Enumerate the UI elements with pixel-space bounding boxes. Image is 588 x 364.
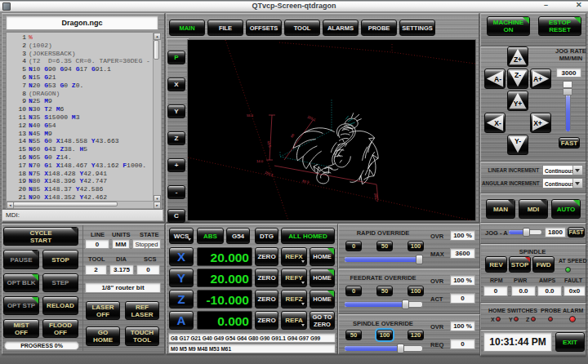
svg-text:14.0: 14.0 (256, 159, 264, 163)
svg-text:55.6: 55.6 (247, 113, 254, 118)
